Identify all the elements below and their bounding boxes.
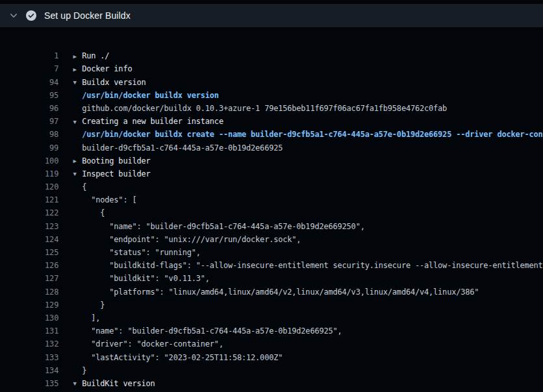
line-number[interactable]: 124 <box>27 233 58 246</box>
line-number[interactable]: 99 <box>27 141 58 154</box>
group-toggle-icon[interactable]: ▶ <box>70 63 79 76</box>
step-title: Set up Docker Buildx <box>44 10 131 21</box>
line-number[interactable]: 100 <box>27 154 58 167</box>
group-toggle-icon[interactable]: ▶ <box>70 154 79 167</box>
line-number[interactable]: 120 <box>27 180 58 193</box>
log-text: ], <box>82 313 100 323</box>
log-group-title[interactable]: Docker info <box>82 64 132 73</box>
line-number[interactable]: 1 <box>27 49 58 62</box>
line-number[interactable]: 128 <box>27 286 58 299</box>
log-text: "name": "builder-d9cfb5a1-c764-445a-a57e… <box>82 326 342 336</box>
chevron-down-icon[interactable] <box>9 11 18 20</box>
log-group-title[interactable]: BuildKit version <box>82 379 155 388</box>
log-text: builder-d9cfb5a1-c764-445a-a57e-0b19d2e6… <box>82 143 283 153</box>
line-number[interactable]: 129 <box>27 299 58 312</box>
line-number[interactable]: 97 <box>27 115 58 128</box>
log-text: { <box>82 182 86 191</box>
log-text: "buildkit": "v0.11.3", <box>82 274 210 283</box>
log-text: "buildkitd-flags": "--allow-insecure-ent… <box>82 261 543 270</box>
line-number[interactable]: 96 <box>27 102 58 115</box>
group-toggle-icon[interactable]: ▼ <box>70 76 79 89</box>
log-text: "status": "running", <box>82 248 201 257</box>
line-number[interactable]: 133 <box>27 351 58 364</box>
log-group-title[interactable]: Creating a new builder instance <box>82 117 223 126</box>
log-group-header[interactable]: 1▶Run ./ <box>0 36 543 49</box>
log-text: { <box>82 208 105 217</box>
log-text: /usr/bin/docker buildx version <box>82 91 219 100</box>
group-toggle-icon[interactable]: ▼ <box>70 377 79 390</box>
line-number[interactable]: 122 <box>27 206 58 219</box>
log-text: "nodes": [ <box>82 195 136 204</box>
log-text: } <box>82 300 105 310</box>
log-text: } <box>82 366 86 375</box>
line-number[interactable]: 127 <box>27 272 58 285</box>
line-number[interactable]: 123 <box>27 220 58 233</box>
line-number[interactable]: 131 <box>27 325 58 337</box>
group-toggle-icon[interactable]: ▶ <box>70 50 79 63</box>
line-number[interactable]: 121 <box>27 193 58 206</box>
log-text: /usr/bin/docker buildx create --name bui… <box>82 130 543 139</box>
log-group-title[interactable]: Booting builder <box>82 156 150 165</box>
line-number[interactable]: 95 <box>27 89 58 102</box>
log-text: github.com/docker/buildx 0.10.3+azure-1 … <box>82 104 447 113</box>
group-toggle-icon[interactable]: ▼ <box>70 167 79 180</box>
line-number[interactable]: 119 <box>27 167 58 180</box>
line-number[interactable]: 130 <box>27 312 58 325</box>
log-text: "lastActivity": "2023-02-25T11:58:12.000… <box>82 353 283 362</box>
step-header[interactable]: Set up Docker Buildx <box>0 4 543 27</box>
line-number[interactable]: 134 <box>27 364 58 377</box>
line-number[interactable]: 94 <box>27 76 58 89</box>
line-number[interactable]: 125 <box>27 246 58 259</box>
log-area: 1▶Run ./ 7▶Docker info 94▼Buildx version… <box>0 36 543 392</box>
line-number[interactable]: 132 <box>27 337 58 350</box>
log-text: "endpoint": "unix:///var/run/docker.sock… <box>82 235 301 244</box>
log-text: "driver": "docker-container", <box>82 339 223 349</box>
log-group-title[interactable]: Inspect builder <box>82 169 150 178</box>
line-number[interactable]: 135 <box>27 377 58 390</box>
line-number[interactable]: 98 <box>27 128 58 141</box>
group-toggle-icon[interactable]: ▼ <box>70 116 79 129</box>
log-text: "platforms": "linux/amd64,linux/amd64/v2… <box>82 288 479 297</box>
line-number[interactable]: 126 <box>27 259 58 272</box>
line-number[interactable]: 7 <box>27 62 58 75</box>
log-text: "name": "builder-d9cfb5a1-c764-445a-a57e… <box>82 222 365 231</box>
check-circle-icon <box>26 10 36 21</box>
log-group-title[interactable]: Buildx version <box>82 78 145 87</box>
log-group-title[interactable]: Run ./ <box>82 51 109 60</box>
